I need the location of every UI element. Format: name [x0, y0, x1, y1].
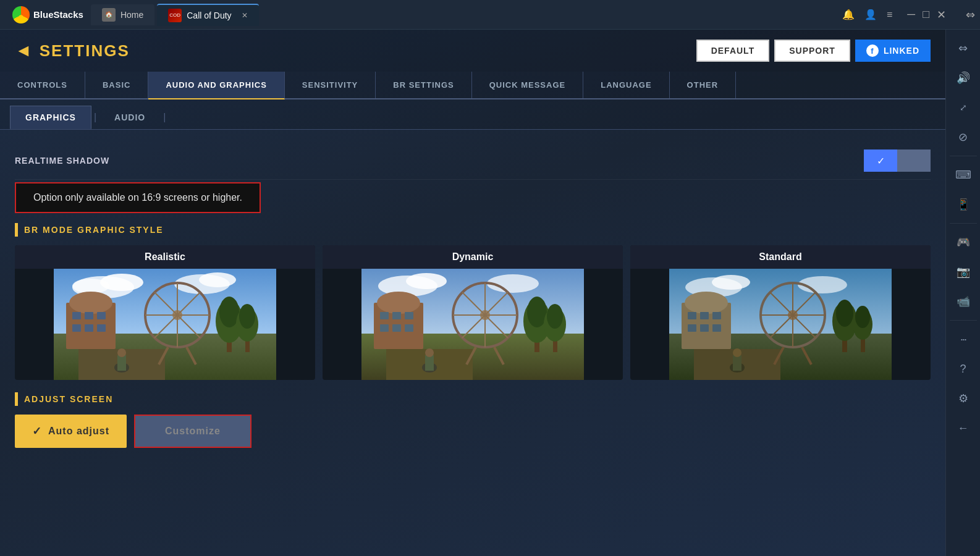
- sidebar-question-icon[interactable]: ?: [950, 355, 977, 382]
- auto-adjust-button[interactable]: ✓ Auto adjust: [15, 415, 127, 448]
- titlebar-controls: 🔔 👤 ≡ ─ □ ✕ ⇔: [842, 8, 975, 22]
- svg-rect-43: [380, 312, 389, 319]
- tab-quick-message[interactable]: QUICK MESSAGE: [472, 72, 584, 98]
- sidebar-phone-icon[interactable]: 📱: [950, 191, 977, 218]
- sidebar-keyboard-icon[interactable]: ⌨: [950, 161, 977, 188]
- tooltip-box: Option only available on 16:9 screens or…: [15, 182, 261, 213]
- svg-rect-12: [85, 312, 93, 319]
- realtime-shadow-toggle[interactable]: ✓: [864, 150, 931, 172]
- svg-rect-96: [733, 355, 741, 371]
- sub-tab-graphics[interactable]: GRAPHICS: [10, 106, 91, 129]
- svg-rect-46: [380, 324, 389, 332]
- adjust-screen-title: ADJUST SCREEN: [24, 394, 113, 404]
- tab-br-settings[interactable]: BR SETTINGS: [376, 72, 471, 98]
- expand-icon[interactable]: ⇔: [966, 8, 975, 22]
- card-standard-image: [630, 269, 931, 380]
- svg-point-68: [712, 275, 750, 290]
- game-tab-label: Call of Duty: [187, 11, 231, 20]
- svg-point-65: [425, 348, 434, 357]
- settings-back-arrow-icon: ◄: [15, 41, 32, 61]
- user-icon[interactable]: 👤: [864, 9, 877, 20]
- customize-button[interactable]: Customize: [134, 415, 251, 448]
- svg-rect-45: [405, 312, 413, 319]
- right-sidebar: ⇔ 🔊 ⤢ ⊘ ⌨ 📱 🎮 📷 📹 ··· ? ⚙ ←: [945, 30, 980, 556]
- svg-rect-15: [85, 324, 93, 332]
- tooltip-wrapper: Option only available on 16:9 screens or…: [15, 182, 931, 213]
- adjust-section-bar-icon: [15, 392, 18, 406]
- sidebar-volume-icon[interactable]: 🔊: [950, 64, 977, 91]
- facebook-icon: f: [866, 44, 879, 57]
- graphic-card-realistic[interactable]: Realistic: [15, 245, 315, 380]
- svg-rect-11: [72, 312, 81, 319]
- bluestacks-logo-icon: [12, 6, 30, 23]
- svg-point-36: [406, 273, 447, 289]
- toggle-off-button[interactable]: [897, 150, 931, 172]
- tab-sensitivity[interactable]: SENSITIVITY: [285, 72, 376, 98]
- app-name-label: BlueStacks: [33, 9, 83, 20]
- svg-rect-64: [425, 355, 434, 371]
- svg-rect-16: [97, 324, 106, 332]
- svg-rect-48: [405, 324, 413, 332]
- settings-content: REALTIME SHADOW ✓ Option only available …: [0, 130, 945, 556]
- maximize-button[interactable]: □: [923, 8, 929, 21]
- graphic-card-standard[interactable]: Standard: [630, 245, 931, 380]
- svg-rect-79: [700, 324, 709, 332]
- svg-rect-80: [712, 324, 721, 332]
- svg-point-10: [69, 292, 112, 314]
- sidebar-divider3: [950, 320, 977, 321]
- svg-rect-76: [700, 312, 709, 319]
- sidebar-camera-icon[interactable]: 📷: [950, 258, 977, 285]
- svg-point-97: [733, 348, 741, 357]
- settings-title: ◄ SETTINGS: [15, 41, 130, 61]
- tab-audio-graphics[interactable]: AUDIO AND GRAPHICS: [148, 72, 284, 99]
- sidebar-arrows-icon[interactable]: ⤢: [950, 94, 977, 121]
- svg-point-91: [836, 300, 853, 327]
- support-button[interactable]: SUPPORT: [774, 40, 850, 62]
- sidebar-video-icon[interactable]: 📹: [950, 288, 977, 315]
- sidebar-gear-icon[interactable]: ⚙: [950, 385, 977, 412]
- svg-rect-14: [72, 324, 81, 332]
- card-dynamic-image: [323, 269, 623, 380]
- auto-adjust-label: Auto adjust: [48, 426, 109, 437]
- titlebar: BlueStacks 🏠 Home COD Call of Duty ✕ 🔔 👤…: [0, 0, 980, 30]
- game-tab[interactable]: COD Call of Duty ✕: [157, 4, 258, 26]
- sub-tab-divider: |: [91, 106, 99, 129]
- card-dynamic-label: Dynamic: [323, 245, 623, 269]
- three-dots-icon: ···: [960, 333, 966, 346]
- card-realistic-image: [15, 269, 315, 380]
- adjust-buttons: ✓ Auto adjust Customize: [15, 415, 931, 448]
- notification-icon[interactable]: 🔔: [842, 9, 855, 20]
- sidebar-more-icon[interactable]: ···: [950, 326, 977, 353]
- realtime-shadow-label: REALTIME SHADOW: [15, 156, 864, 166]
- graphic-card-dynamic[interactable]: Dynamic: [323, 245, 623, 380]
- sidebar-slash-icon[interactable]: ⊘: [950, 124, 977, 151]
- sidebar-divider1: [950, 156, 977, 156]
- sidebar-gamepad-icon[interactable]: 🎮: [950, 229, 977, 256]
- svg-point-33: [117, 348, 126, 357]
- tab-language[interactable]: LANGUAGE: [583, 72, 669, 98]
- svg-rect-32: [117, 355, 126, 371]
- sidebar-expand-icon[interactable]: ⇔: [950, 35, 977, 62]
- default-button[interactable]: DEFAULT: [696, 40, 770, 62]
- br-mode-section-header: BR MODE GRAPHIC STYLE: [15, 223, 931, 237]
- tab-other[interactable]: OTHER: [670, 72, 737, 98]
- graphic-cards: Realistic: [15, 245, 931, 380]
- svg-rect-78: [688, 324, 696, 332]
- toggle-on-button[interactable]: ✓: [864, 150, 897, 172]
- menu-icon[interactable]: ≡: [887, 9, 892, 20]
- adjust-screen-section-header: ADJUST SCREEN: [15, 392, 931, 406]
- sidebar-back-arrow-icon[interactable]: ←: [950, 415, 977, 442]
- svg-rect-75: [688, 312, 696, 319]
- tab-controls[interactable]: CONTROLS: [0, 72, 85, 98]
- sub-tab-audio[interactable]: AUDIO: [99, 106, 161, 129]
- svg-rect-44: [392, 312, 401, 319]
- svg-point-42: [377, 292, 420, 314]
- close-button[interactable]: ✕: [937, 8, 946, 22]
- home-tab[interactable]: 🏠 Home: [91, 4, 154, 25]
- realtime-shadow-row: REALTIME SHADOW ✓: [15, 142, 931, 180]
- game-tab-close-icon[interactable]: ✕: [242, 11, 248, 20]
- svg-point-94: [855, 306, 870, 328]
- linked-button[interactable]: f LINKED: [855, 40, 931, 62]
- minimize-button[interactable]: ─: [907, 8, 915, 21]
- tab-basic[interactable]: BASIC: [85, 72, 148, 98]
